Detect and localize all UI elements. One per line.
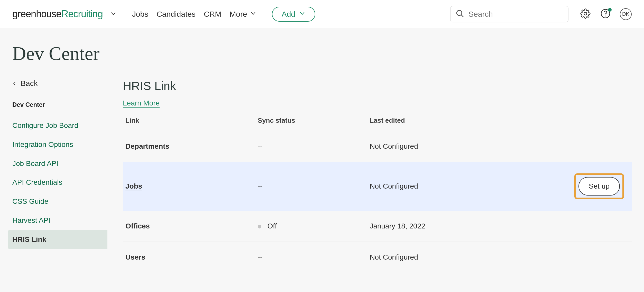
svg-point-2 — [584, 12, 587, 15]
column-header-link: Link — [123, 113, 255, 131]
search-icon — [456, 9, 464, 19]
nav-label: Candidates — [157, 10, 196, 19]
nav-label: More — [229, 10, 247, 19]
table-row: Users -- Not Configured — [123, 242, 632, 273]
row-name: Offices — [125, 222, 150, 230]
chevron-left-icon — [12, 79, 17, 88]
sidebar-item-label: CSS Guide — [12, 197, 48, 205]
hris-links-table: Link Sync status Last edited Departments… — [123, 113, 632, 273]
row-edited: Not Configured — [370, 182, 418, 190]
sidebar-item-harvest-api[interactable]: Harvest API — [12, 211, 107, 230]
primary-nav: Jobs Candidates CRM More — [132, 10, 256, 19]
settings-button[interactable] — [580, 8, 591, 20]
column-header-sync: Sync status — [255, 113, 367, 131]
row-sync: -- — [258, 253, 263, 261]
svg-point-4 — [605, 15, 606, 16]
help-button[interactable] — [600, 8, 611, 20]
column-header-action — [530, 113, 632, 131]
chevron-down-icon — [250, 10, 256, 19]
row-sync: -- — [258, 182, 263, 190]
row-edited: January 18, 2022 — [370, 222, 425, 230]
brand-logo: greenhouse Recruiting — [12, 8, 103, 20]
page-title: Dev Center — [12, 43, 632, 65]
sidebar-item-hris-link[interactable]: HRIS Link — [8, 230, 107, 249]
sidebar-item-api-credentials[interactable]: API Credentials — [12, 173, 107, 192]
nav-candidates[interactable]: Candidates — [157, 10, 196, 19]
table-header-row: Link Sync status Last edited — [123, 113, 632, 131]
sidebar-item-label: Harvest API — [12, 216, 50, 224]
topbar-utility: DK — [580, 8, 632, 20]
svg-point-0 — [457, 10, 462, 15]
brand-text-1: greenhouse — [12, 8, 61, 20]
back-label: Back — [21, 79, 38, 88]
search-box[interactable] — [450, 6, 568, 22]
nav-jobs[interactable]: Jobs — [132, 10, 148, 19]
main-content: HRIS Link Learn More Link Sync status La… — [123, 79, 632, 273]
back-link[interactable]: Back — [12, 79, 107, 88]
sidebar-item-label: API Credentials — [12, 178, 62, 186]
row-edited: Not Configured — [370, 253, 418, 261]
sidebar-list: Configure Job Board Integration Options … — [12, 116, 107, 249]
setup-button[interactable]: Set up — [578, 177, 620, 196]
nav-more[interactable]: More — [229, 10, 256, 19]
status-dot-icon — [258, 225, 261, 228]
row-edited: Not Configured — [370, 142, 418, 150]
sidebar-item-configure-job-board[interactable]: Configure Job Board — [12, 116, 107, 135]
table-row[interactable]: Jobs -- Not Configured Set up — [123, 162, 632, 211]
row-name: Users — [125, 253, 145, 261]
avatar-initials: DK — [622, 11, 629, 17]
svg-line-1 — [461, 15, 463, 17]
sidebar: Back Dev Center Configure Job Board Inte… — [12, 79, 107, 273]
add-label: Add — [282, 10, 295, 19]
table-row: Departments -- Not Configured — [123, 131, 632, 162]
notification-dot — [608, 8, 612, 12]
gear-icon — [580, 8, 591, 20]
row-sync: -- — [258, 142, 263, 150]
section-title: HRIS Link — [123, 79, 632, 93]
sidebar-item-label: HRIS Link — [12, 235, 46, 243]
nav-label: CRM — [204, 10, 221, 19]
chevron-down-icon — [299, 10, 306, 19]
sidebar-section-label: Dev Center — [12, 101, 107, 108]
sidebar-item-label: Integration Options — [12, 140, 73, 148]
sidebar-item-label: Configure Job Board — [12, 121, 78, 129]
brand-text-2: Recruiting — [61, 8, 103, 20]
row-name: Departments — [125, 142, 169, 150]
user-avatar[interactable]: DK — [620, 8, 632, 20]
top-navbar: greenhouse Recruiting Jobs Candidates CR… — [0, 0, 644, 28]
row-name[interactable]: Jobs — [125, 182, 142, 190]
learn-more-link[interactable]: Learn More — [123, 99, 160, 107]
sidebar-item-label: Job Board API — [12, 160, 58, 167]
column-header-edited: Last edited — [367, 113, 530, 131]
nav-crm[interactable]: CRM — [204, 10, 221, 19]
sidebar-item-integration-options[interactable]: Integration Options — [12, 135, 107, 154]
chevron-down-icon — [110, 10, 117, 18]
search-input[interactable] — [468, 10, 563, 19]
setup-highlight: Set up — [574, 173, 624, 199]
row-sync: Off — [268, 222, 277, 230]
sidebar-item-css-guide[interactable]: CSS Guide — [12, 192, 107, 211]
table-row: Offices Off January 18, 2022 — [123, 211, 632, 242]
nav-label: Jobs — [132, 10, 148, 19]
brand-switcher[interactable]: greenhouse Recruiting — [12, 8, 117, 20]
sidebar-item-job-board-api[interactable]: Job Board API — [12, 154, 107, 173]
add-button[interactable]: Add — [272, 7, 315, 22]
